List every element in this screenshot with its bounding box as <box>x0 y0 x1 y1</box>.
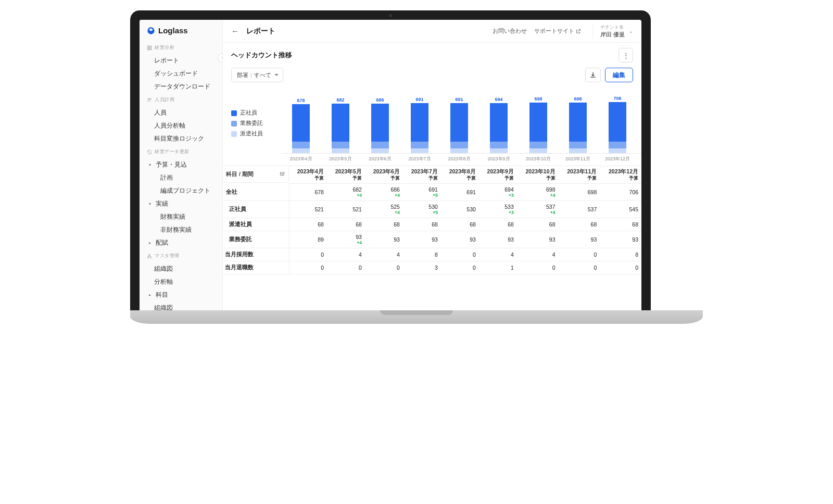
more-menu-button[interactable]: ⋮ <box>619 48 633 62</box>
bar-segment <box>490 148 508 153</box>
cell: 521 <box>289 201 327 218</box>
cell: 525+4 <box>365 201 403 218</box>
bar-segment <box>411 103 428 142</box>
stacked-bar <box>450 103 468 153</box>
bar-segment <box>529 142 547 148</box>
period-header: 2023年11月予算 <box>559 166 600 184</box>
stacked-bar <box>411 103 428 153</box>
cell: 68 <box>327 218 365 231</box>
bar-segment <box>529 103 547 142</box>
svg-point-8 <box>150 257 152 258</box>
cell: 0 <box>600 261 641 274</box>
svg-point-10 <box>280 173 281 174</box>
cell: 8 <box>600 248 641 261</box>
bar-segment <box>490 103 508 142</box>
cell: 686+4 <box>365 184 403 201</box>
delta-label: +3 <box>482 210 514 215</box>
legend-item-fulltime: 正社員 <box>231 109 281 117</box>
cell: 68 <box>559 218 600 231</box>
bar-segment <box>332 142 349 148</box>
xaxis-label: 2023年10月 <box>519 154 558 162</box>
nav-item[interactable]: 非財務実績 <box>140 223 222 236</box>
svg-rect-1 <box>150 46 152 47</box>
brand-logo-icon <box>147 27 155 35</box>
xaxis-label: 2023年5月 <box>321 154 360 162</box>
table-row: 全社678682+4686+4691+5691694+3698+4698706 <box>223 184 641 201</box>
svg-point-12 <box>283 172 284 173</box>
back-arrow-icon[interactable]: ← <box>231 27 239 35</box>
bar-segment <box>450 103 468 142</box>
topbar: ← レポート お問い合わせ サポートサイト テナント名 岸田 優里 ⌄ <box>223 20 641 43</box>
nav-section-label: 人員計画 <box>155 96 174 103</box>
xaxis-label: 2023年11月 <box>558 154 598 162</box>
stacked-bar <box>292 104 310 153</box>
nav-item[interactable]: データダウンロード <box>140 80 222 93</box>
nav-item[interactable]: ダッシュボード <box>140 67 222 80</box>
bar-segment <box>569 148 587 153</box>
bar-total-label: 682 <box>336 97 344 103</box>
column-settings-icon[interactable] <box>279 171 285 178</box>
cell: 0 <box>559 261 600 274</box>
cell: 521 <box>327 201 365 218</box>
period-header: 2023年7月予算 <box>403 166 441 184</box>
bar-segment <box>450 142 468 148</box>
department-select[interactable]: 部署：すべて <box>231 68 283 82</box>
cell: 694+3 <box>479 184 517 201</box>
bar-segment <box>371 104 389 142</box>
nav-item[interactable]: 組織図 <box>140 262 222 275</box>
nav-item[interactable]: 編成プロジェクト <box>140 184 222 197</box>
delta-label: +4 <box>368 210 400 215</box>
cell: 8 <box>403 248 441 261</box>
support-link[interactable]: サポートサイト <box>534 28 581 35</box>
cell: 0 <box>289 261 327 274</box>
edit-button[interactable]: 編集 <box>605 68 633 82</box>
svg-rect-0 <box>147 46 149 47</box>
nav-group[interactable]: ▸科目 <box>140 288 222 301</box>
cell: 93 <box>403 231 441 248</box>
table: 科目 / 期間2023年4月予算2023年5月予算2023年6月予算2023年7… <box>223 166 641 274</box>
table-row: 当月採用数044804408 <box>223 248 641 261</box>
stacked-bar <box>529 103 547 153</box>
nav-item[interactable]: 財務実績 <box>140 210 222 223</box>
contact-link[interactable]: お問い合わせ <box>493 28 527 35</box>
tenant-switcher[interactable]: テナント名 岸田 優里 ⌄ <box>592 24 633 39</box>
xaxis-label: 2023年4月 <box>281 154 321 162</box>
svg-rect-2 <box>147 48 149 49</box>
nav-item[interactable]: 人員分析軸 <box>140 119 222 132</box>
data-table[interactable]: 科目 / 期間2023年4月予算2023年5月予算2023年6月予算2023年7… <box>223 166 641 311</box>
nav-item[interactable]: 計画 <box>140 171 222 184</box>
delta-label: +4 <box>330 193 362 198</box>
bar-column: 691 <box>400 97 439 153</box>
table-corner: 科目 / 期間 <box>223 166 289 183</box>
cell: 3 <box>403 261 441 274</box>
bar-segment <box>411 148 428 153</box>
nav-section-header: マスタ管理 <box>140 249 222 262</box>
nav-item[interactable]: 人員 <box>140 106 222 119</box>
nav: 経営分析レポートダッシュボードデータダウンロード人員計画人員人員分析軸科目変換ロ… <box>140 41 222 311</box>
bar-total-label: 691 <box>455 97 463 102</box>
cell: 678 <box>289 184 327 201</box>
cell: 68 <box>365 218 403 231</box>
nav-group[interactable]: ▾実績 <box>140 197 222 210</box>
bar-column: 694 <box>479 97 519 153</box>
xaxis-label: 2023年7月 <box>400 154 439 162</box>
chevron-down-icon: ⌄ <box>629 29 633 34</box>
nav-item[interactable]: 科目変換ロジック <box>140 132 222 145</box>
download-button[interactable] <box>585 68 601 82</box>
nav-item[interactable]: 分析軸 <box>140 275 222 288</box>
section-icon <box>147 254 152 259</box>
external-link-icon <box>576 29 581 34</box>
cell: 4 <box>479 248 517 261</box>
controls-row: 部署：すべて 編集 <box>223 65 641 87</box>
nav-item[interactable]: レポート <box>140 54 222 67</box>
nav-section-label: マスタ管理 <box>155 253 180 259</box>
delta-label: +4 <box>520 210 556 215</box>
bar-total-label: 686 <box>376 97 384 103</box>
nav-group[interactable]: ▾予算・見込 <box>140 158 222 171</box>
bar-segment <box>292 142 310 148</box>
bar-segment <box>609 142 626 148</box>
row-label: 全社 <box>223 184 289 201</box>
brand[interactable]: Loglass <box>140 20 222 41</box>
cell: 0 <box>441 261 479 274</box>
nav-group[interactable]: ▸配賦 <box>140 236 222 249</box>
